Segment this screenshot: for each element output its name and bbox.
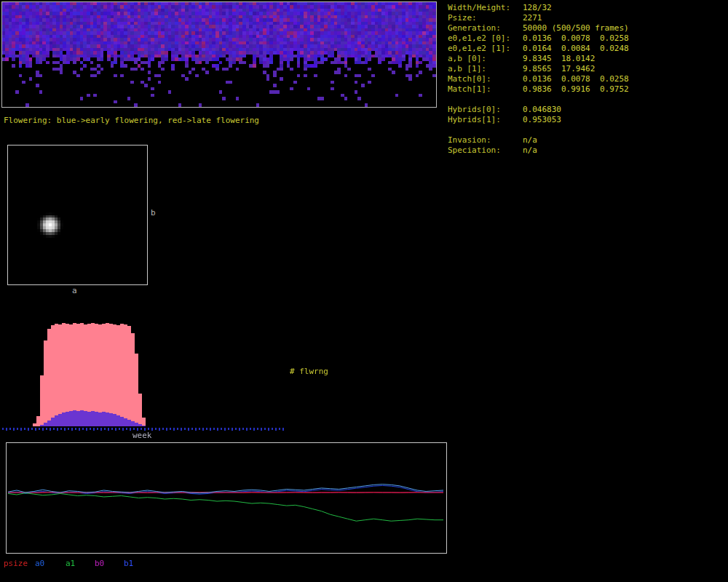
flowering-caption: Flowering: blue->early flowering, red->l… bbox=[4, 116, 259, 125]
stat-value: n/a bbox=[523, 135, 537, 145]
stats-panel: Width/Height:128/32Psize:2271Generation:… bbox=[448, 3, 724, 156]
population-grid-view bbox=[1, 1, 437, 108]
stat-value: 0.0164 0.0084 0.0248 bbox=[523, 44, 629, 53]
population-grid-canvas bbox=[2, 2, 436, 107]
legend: psizea0a1b0b1 bbox=[0, 559, 451, 569]
axis-label-a: a bbox=[72, 286, 77, 295]
stat-row: Hybrids[1]:0.953053 bbox=[448, 115, 724, 125]
history-chart-canvas bbox=[7, 443, 446, 553]
stat-row: Width/Height:128/32 bbox=[448, 3, 724, 13]
legend-item-psize: psize bbox=[4, 559, 28, 568]
stat-row: Match[0]:0.0136 0.0078 0.0258 bbox=[448, 74, 724, 84]
stat-value: 0.953053 bbox=[523, 115, 561, 124]
axis-label-b: b bbox=[151, 208, 156, 218]
stat-row: Match[1]:0.9836 0.9916 0.9752 bbox=[448, 84, 724, 95]
stat-row: a,b [1]:9.8565 17.9462 bbox=[448, 64, 724, 74]
flowering-histogram bbox=[0, 313, 291, 433]
week-axis-label: week bbox=[132, 431, 152, 440]
stat-row: Invasion:n/a bbox=[448, 135, 724, 146]
stat-row: Generation:50000 (500/500 frames) bbox=[448, 23, 724, 33]
stat-label: Speciation: bbox=[448, 146, 523, 156]
history-chart-box bbox=[6, 442, 447, 554]
stat-row: e0,e1,e2 [0]:0.0136 0.0078 0.0258 bbox=[448, 33, 724, 44]
stat-label: e0,e1,e2 [1]: bbox=[448, 44, 523, 54]
stat-value: 9.8345 18.0142 bbox=[523, 54, 595, 63]
stat-value: 2271 bbox=[523, 13, 542, 23]
stat-value: 9.8565 17.9462 bbox=[523, 64, 595, 73]
legend-item-a1: a1 bbox=[66, 559, 75, 568]
stat-value: 0.0136 0.0078 0.0258 bbox=[523, 74, 629, 84]
stat-row: Speciation:n/a bbox=[448, 146, 724, 156]
stat-label: a,b [0]: bbox=[448, 54, 523, 64]
stat-label: Generation: bbox=[448, 23, 523, 33]
stat-row: Psize:2271 bbox=[448, 13, 724, 23]
flowering-histogram-canvas bbox=[0, 313, 291, 433]
legend-item-b1: b1 bbox=[124, 559, 133, 568]
legend-item-b0: b0 bbox=[95, 559, 104, 568]
trait-distribution-canvas bbox=[8, 146, 147, 284]
stat-value: 128/32 bbox=[523, 3, 552, 12]
stat-value: 50000 (500/500 frames) bbox=[523, 23, 629, 33]
stat-label: Match[1]: bbox=[448, 84, 523, 95]
stat-row: a,b [0]:9.8345 18.0142 bbox=[448, 54, 724, 64]
stat-value: 0.9836 0.9916 0.9752 bbox=[523, 84, 629, 94]
stat-label: e0,e1,e2 [0]: bbox=[448, 33, 523, 44]
flwrng-count-label: # flwrng bbox=[290, 367, 328, 376]
stat-label: Psize: bbox=[448, 13, 523, 23]
stat-label: Hybrids[0]: bbox=[448, 105, 523, 115]
legend-item-a0: a0 bbox=[35, 559, 44, 568]
stat-label: Invasion: bbox=[448, 135, 523, 146]
stats-spacer bbox=[448, 95, 724, 105]
stat-label: Width/Height: bbox=[448, 3, 523, 13]
stat-label: a,b [1]: bbox=[448, 64, 523, 74]
simulation-app-window: Flowering: blue->early flowering, red->l… bbox=[0, 0, 728, 582]
stat-row: Hybrids[0]:0.046830 bbox=[448, 105, 724, 115]
stats-spacer bbox=[448, 125, 724, 135]
stat-value: 0.046830 bbox=[523, 105, 561, 114]
stat-label: Match[0]: bbox=[448, 74, 523, 84]
stat-row: e0,e1,e2 [1]:0.0164 0.0084 0.0248 bbox=[448, 44, 724, 54]
stat-value: n/a bbox=[523, 146, 537, 155]
stat-label: Hybrids[1]: bbox=[448, 115, 523, 125]
stat-value: 0.0136 0.0078 0.0258 bbox=[523, 33, 629, 43]
trait-distribution-box bbox=[7, 145, 148, 285]
